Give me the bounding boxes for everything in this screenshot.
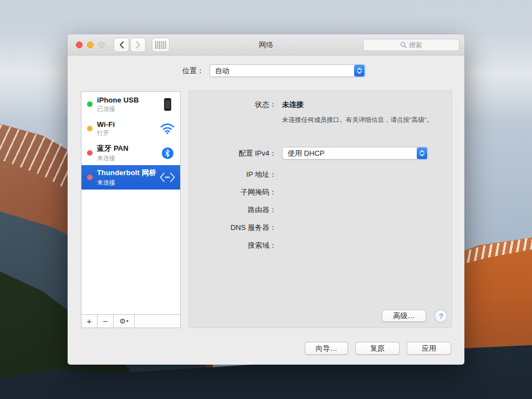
configure-ipv4-row: 配置 IPv4： 使用 DHCP [189,147,452,160]
service-actions-button[interactable]: ⚙▾ [114,315,135,328]
apply-button[interactable]: 应用 [407,342,451,355]
detail-pane: 状态： 未连接 未连接任何成员接口。有关详细信息，请点按“高级”。 配置 IPv… [188,90,452,328]
router-row: 路由器： [189,205,452,215]
services-toolbar: + − ⚙▾ [81,314,180,328]
title-bar[interactable]: 网络 搜索 [68,34,464,55]
router-label: 路由器： [189,205,277,215]
iphone-icon [159,98,176,111]
status-dot-not-connected [87,150,93,156]
search-placeholder: 搜索 [409,40,422,50]
service-name: iPhone USB [97,96,157,104]
ip-address-row: IP 地址： [189,170,452,180]
ip-address-label: IP 地址： [189,170,277,180]
help-button[interactable]: ? [434,310,447,323]
assist-me-button[interactable]: 向导… [305,342,348,355]
configure-ipv4-value: 使用 DHCP [283,149,417,158]
location-popup[interactable]: 自动 [209,64,366,77]
gear-icon: ⚙ [119,317,126,325]
bluetooth-icon [159,147,176,159]
wifi-icon [159,123,176,134]
status-label: 状态： [189,100,277,110]
service-row-bluetooth-pan[interactable]: 蓝牙 PAN 未连接 [81,141,180,165]
subnet-mask-row: 子网掩码： [189,187,452,197]
location-label: 位置： [182,66,204,76]
service-row-iphone-usb[interactable]: iPhone USB 已连接 [81,92,180,116]
network-preferences-window: 网络 搜索 位置： 自动 iPhone USB 已连接 [68,34,464,365]
configure-ipv4-label: 配置 IPv4： [189,149,277,158]
dns-server-row: DNS 服务器： [189,223,452,233]
status-row: 状态： 未连接 [189,100,452,110]
service-status: 已连接 [97,105,157,113]
bridge-icon [159,172,176,183]
search-domains-row: 搜索域： [189,241,452,250]
status-value: 未连接 [282,100,304,110]
location-row: 位置： 自动 [68,63,464,80]
services-rows: iPhone USB 已连接 Wi-Fi 打开 [81,92,180,314]
service-row-thunderbolt-bridge[interactable]: Thunderbolt 网桥 未连接 [81,165,180,190]
search-domains-label: 搜索域： [189,241,277,250]
service-status: 未连接 [97,154,157,162]
service-row-wifi[interactable]: Wi-Fi 打开 [81,116,180,141]
dns-server-label: DNS 服务器： [189,223,277,233]
subnet-mask-label: 子网掩码： [189,187,277,197]
service-status: 未连接 [97,178,157,187]
service-name: Wi-Fi [97,120,157,129]
service-name: 蓝牙 PAN [97,144,157,154]
popup-stepper-icon [354,65,365,76]
search-icon [400,42,407,48]
revert-button[interactable]: 复原 [355,342,400,355]
advanced-button[interactable]: 高级… [382,310,426,322]
popup-stepper-icon [417,147,427,159]
service-status: 打开 [97,129,157,137]
status-dot-not-connected [87,175,93,180]
services-list: iPhone USB 已连接 Wi-Fi 打开 [81,91,181,328]
location-popup-value: 自动 [210,66,354,76]
status-dot-on [87,126,93,131]
status-dot-connected [87,101,93,107]
configure-ipv4-popup[interactable]: 使用 DHCP [282,147,428,160]
add-service-button[interactable]: + [81,315,98,328]
remove-service-button[interactable]: − [98,315,114,328]
chevron-down-icon: ▾ [126,319,129,324]
search-input[interactable]: 搜索 [363,39,459,51]
status-description: 未连接任何成员接口。有关详细信息，请点按“高级”。 [282,115,475,125]
footer-buttons: 向导… 复原 应用 [305,342,451,355]
service-name: Thunderbolt 网桥 [97,168,157,178]
